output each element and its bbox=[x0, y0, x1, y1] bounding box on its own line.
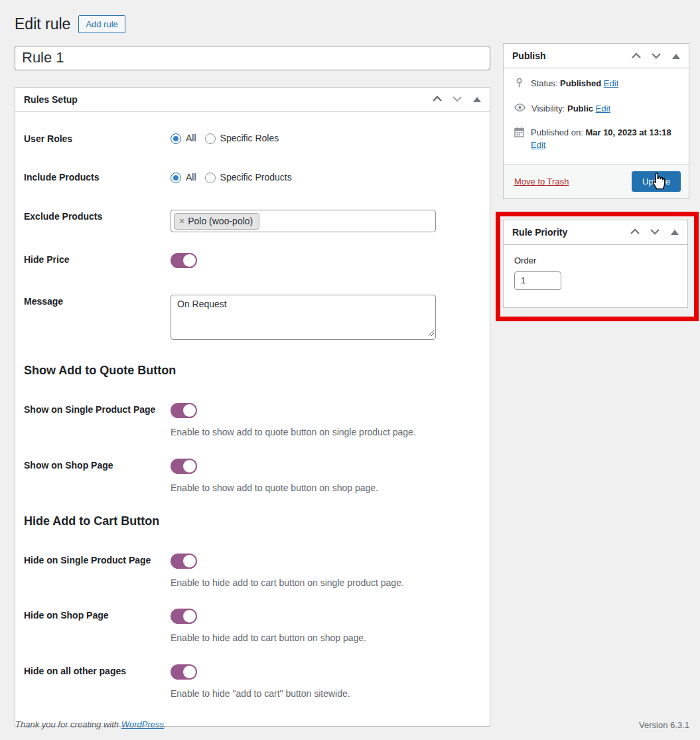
user-roles-specific-radio[interactable] bbox=[205, 133, 216, 144]
quote-section-heading: Show Add to Quote Button bbox=[24, 363, 480, 378]
user-roles-all-radio[interactable] bbox=[171, 133, 181, 144]
red-highlight-annotation: Rule Priority Order bbox=[496, 212, 699, 321]
status-edit-link[interactable]: Edit bbox=[604, 78, 618, 88]
page-header: Edit rule Add rule bbox=[15, 15, 490, 35]
add-rule-button[interactable]: Add rule bbox=[78, 15, 125, 33]
hide-shop-control: Enable to hide add to cart button on sho… bbox=[171, 609, 480, 644]
include-products-all-label: All bbox=[186, 171, 196, 185]
metabox-handle-actions bbox=[625, 222, 685, 242]
status-row: Status: Published Edit bbox=[504, 72, 689, 98]
rules-setup-header: Rules Setup bbox=[15, 88, 490, 112]
rules-setup-metabox: Rules Setup User Roles bbox=[15, 87, 490, 727]
chevron-up-icon bbox=[630, 227, 640, 237]
wordpress-edit-rule-page: Edit rule Add rule Rules Setup bbox=[0, 0, 700, 740]
hide-single-row: Hide on Single Product Page Enable to hi… bbox=[24, 554, 480, 589]
metabox-handle-actions bbox=[427, 90, 487, 110]
exclude-products-label: Exclude Products bbox=[24, 210, 171, 232]
show-single-toggle[interactable] bbox=[171, 403, 197, 418]
hide-single-description: Enable to hide add to cart button on sin… bbox=[171, 577, 480, 589]
user-roles-row: User Roles All Specific Roles bbox=[24, 132, 480, 146]
published-on-edit-link[interactable]: Edit bbox=[531, 140, 545, 150]
collapse-toggle-button[interactable] bbox=[467, 90, 487, 110]
order-input[interactable] bbox=[514, 271, 561, 290]
collapse-toggle-button[interactable] bbox=[666, 46, 686, 66]
rule-priority-body: Order bbox=[504, 245, 687, 307]
rule-priority-header: Rule Priority bbox=[504, 220, 687, 245]
hide-single-toggle[interactable] bbox=[171, 554, 197, 569]
include-products-specific-label: Specific Products bbox=[220, 171, 292, 185]
metabox-handle-actions bbox=[626, 46, 686, 66]
show-shop-label: Show on Shop Page bbox=[24, 459, 171, 494]
include-products-all-radio[interactable] bbox=[171, 173, 181, 183]
hide-single-control: Enable to hide add to cart button on sin… bbox=[171, 554, 480, 589]
publish-body: Status: Published Edit Visibility: Publi… bbox=[504, 68, 689, 164]
hide-other-control: Enable to hide "add to cart" button site… bbox=[171, 664, 480, 700]
move-up-button[interactable] bbox=[626, 46, 646, 66]
hide-other-description: Enable to hide "add to cart" button site… bbox=[171, 688, 480, 700]
include-products-specific-radio[interactable] bbox=[205, 173, 216, 183]
move-down-button[interactable] bbox=[447, 90, 467, 110]
user-roles-specific-label: Specific Roles bbox=[220, 132, 279, 145]
rule-priority-metabox: Rule Priority Order bbox=[503, 220, 688, 308]
visibility-row: Visibility: Public Edit bbox=[504, 98, 689, 121]
hide-price-toggle[interactable] bbox=[171, 253, 197, 268]
hide-single-label: Hide on Single Product Page bbox=[24, 554, 171, 589]
show-shop-toggle[interactable] bbox=[171, 459, 197, 474]
hide-other-row: Hide on all other pages Enable to hide "… bbox=[24, 664, 480, 700]
user-roles-all-label: All bbox=[186, 132, 196, 145]
status-label: Status: bbox=[531, 78, 557, 88]
show-single-label: Show on Single Product Page bbox=[24, 403, 171, 438]
exclude-products-control: × Polo (woo-polo) bbox=[171, 210, 480, 232]
show-single-control: Enable to show add to quote button on si… bbox=[171, 403, 480, 438]
triangle-up-icon bbox=[473, 94, 481, 104]
hide-shop-description: Enable to hide add to cart button on sho… bbox=[171, 632, 480, 644]
hide-other-toggle[interactable] bbox=[171, 664, 197, 680]
footer-thanks: Thank you for creating with WordPress. bbox=[15, 719, 167, 729]
move-up-button[interactable] bbox=[625, 222, 645, 242]
user-roles-label: User Roles bbox=[24, 132, 171, 146]
eye-icon bbox=[514, 103, 525, 115]
wordpress-link[interactable]: WordPress bbox=[121, 719, 164, 729]
include-products-label: Include Products bbox=[24, 171, 171, 185]
hide-shop-label: Hide on Shop Page bbox=[24, 609, 171, 644]
hide-price-label: Hide Price bbox=[24, 253, 171, 268]
remove-tag-icon[interactable]: × bbox=[179, 216, 184, 226]
order-label: Order bbox=[514, 256, 679, 265]
rule-title-input[interactable] bbox=[15, 46, 490, 70]
rules-setup-body: User Roles All Specific Roles Include Pr… bbox=[15, 112, 490, 726]
page-title: Edit rule bbox=[15, 15, 70, 35]
product-tag-label: Polo (woo-polo) bbox=[188, 216, 253, 226]
move-down-button[interactable] bbox=[646, 46, 666, 66]
triangle-up-icon bbox=[672, 51, 680, 61]
chevron-down-icon bbox=[651, 51, 662, 61]
move-up-button[interactable] bbox=[427, 90, 447, 110]
published-on-row: Published on: Mar 10, 2023 at 13:18 Edit bbox=[504, 121, 689, 157]
show-shop-description: Enable to show add to quote button on sh… bbox=[171, 482, 480, 494]
move-down-button[interactable] bbox=[645, 222, 665, 242]
message-textarea[interactable]: On Request bbox=[171, 295, 436, 340]
visibility-edit-link[interactable]: Edit bbox=[596, 104, 610, 113]
exclude-products-row: Exclude Products × Polo (woo-polo) bbox=[24, 210, 480, 232]
hide-shop-row: Hide on Shop Page Enable to hide add to … bbox=[24, 609, 480, 644]
product-tag: × Polo (woo-polo) bbox=[174, 213, 259, 230]
chevron-down-icon bbox=[452, 94, 462, 104]
message-control: On Request bbox=[171, 295, 480, 342]
chevron-up-icon bbox=[631, 51, 642, 61]
footer-thanks-text: Thank you for creating with bbox=[15, 719, 119, 729]
hide-price-control bbox=[171, 253, 480, 268]
collapse-toggle-button[interactable] bbox=[665, 222, 685, 242]
include-products-options: All Specific Products bbox=[171, 171, 480, 185]
footer-version: Version 6.3.1 bbox=[639, 720, 689, 730]
hide-price-row: Hide Price bbox=[24, 253, 480, 268]
hand-pointer-cursor-icon bbox=[650, 170, 665, 192]
move-to-trash-link[interactable]: Move to Trash bbox=[514, 177, 569, 186]
hide-shop-toggle[interactable] bbox=[171, 609, 197, 624]
rules-setup-title: Rules Setup bbox=[24, 94, 78, 105]
visibility-value: Public bbox=[567, 104, 593, 113]
exclude-products-input[interactable]: × Polo (woo-polo) bbox=[171, 210, 436, 232]
cart-section-heading: Hide Add to Cart Button bbox=[24, 514, 480, 529]
show-shop-control: Enable to show add to quote button on sh… bbox=[171, 459, 480, 494]
show-shop-row: Show on Shop Page Enable to show add to … bbox=[24, 459, 480, 494]
publish-title: Publish bbox=[512, 50, 546, 61]
hide-other-label: Hide on all other pages bbox=[24, 664, 171, 700]
